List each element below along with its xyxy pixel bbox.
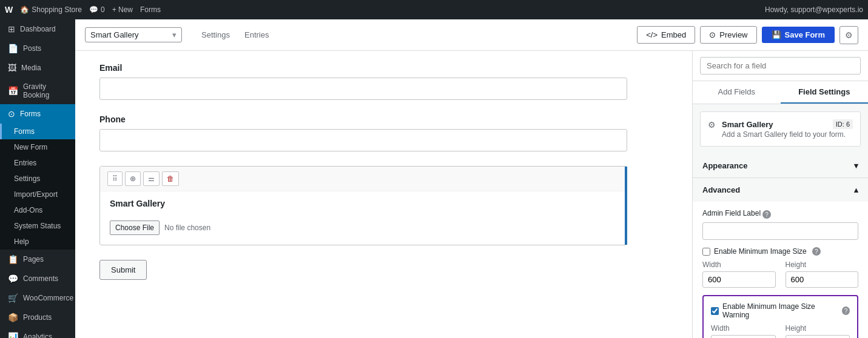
advanced-accordion-content: Admin Field Label ? Enable Minimum Image…: [693, 202, 868, 338]
duplicate-field-button[interactable]: ⊕: [125, 171, 141, 186]
enable-warning-row: Enable Minimum Image Size Warning ?: [711, 302, 850, 319]
field-settings-button[interactable]: ⚌: [143, 171, 160, 186]
field-info-content: Smart Gallery ID: 6 Add a Smart Gallery …: [722, 119, 853, 139]
woocommerce-icon: 🛒: [8, 293, 18, 303]
warning-help-icon[interactable]: ?: [842, 307, 850, 315]
sidebar-item-dashboard[interactable]: ⊞ Dashboard: [0, 19, 75, 39]
pages-icon: 📋: [8, 254, 18, 264]
enable-warning-checkbox[interactable]: [711, 307, 719, 315]
choose-file-button[interactable]: Choose File: [110, 220, 160, 235]
field-info-card: ⚙ Smart Gallery ID: 6 Add a Smart Galler…: [700, 111, 861, 147]
tab-entries[interactable]: Entries: [237, 27, 276, 43]
admin-label-help-icon[interactable]: ?: [762, 210, 771, 219]
gravity-booking-icon: 📅: [8, 86, 18, 96]
wp-icon: W: [5, 5, 13, 15]
top-bar-actions: </> Embed ⊙ Preview 💾 Save Form ⚙: [637, 26, 858, 44]
sidebar-item-analytics[interactable]: 📊 Analytics: [0, 327, 75, 338]
media-icon: 🖼: [8, 63, 16, 73]
save-form-button[interactable]: 💾 Save Form: [762, 27, 835, 43]
form-nav-tabs: Settings Entries: [194, 27, 276, 43]
sidebar: ⊞ Dashboard 📄 Posts 🖼 Media 📅 Gravity Bo…: [0, 19, 75, 338]
top-bar: Smart Gallery ▾ Settings Entries </> Emb…: [75, 19, 868, 51]
sidebar-item-posts[interactable]: 📄 Posts: [0, 39, 75, 58]
wp-logo[interactable]: W: [5, 5, 13, 15]
field-info-description: Add a Smart Gallery field to your form.: [722, 130, 853, 139]
howdy-text: Howdy, support@wpexperts.io: [765, 5, 863, 14]
posts-icon: 📄: [8, 44, 18, 53]
sidebar-subitem-new-form[interactable]: New Form: [0, 139, 75, 155]
warning-height-label: Height: [786, 324, 850, 333]
tab-add-fields[interactable]: Add Fields: [693, 81, 781, 104]
tab-field-settings[interactable]: Field Settings: [781, 81, 869, 104]
panel-tabs: Add Fields Field Settings: [693, 81, 868, 104]
chevron-up-icon: ▴: [854, 185, 858, 194]
admin-label-input[interactable]: [702, 222, 858, 240]
comments-icon: 💬: [89, 5, 98, 14]
warning-height-input[interactable]: [786, 335, 850, 338]
forms-link[interactable]: Forms: [140, 5, 161, 14]
right-panel: Add Fields Field Settings ⚙ Smart Galler…: [692, 51, 868, 338]
sidebar-item-woocommerce[interactable]: 🛒 WooCommerce: [0, 288, 75, 308]
preview-button[interactable]: ⊙ Preview: [700, 26, 756, 44]
form-editor: Email Phone ⠿ ⊕ ⚌ 🗑 Smart Gallery: [75, 51, 692, 338]
appearance-accordion-header[interactable]: Appearance ▾: [693, 154, 868, 177]
warning-width-input[interactable]: [711, 335, 776, 338]
sidebar-item-pages[interactable]: 📋 Pages: [0, 250, 75, 269]
embed-button[interactable]: </> Embed: [637, 26, 695, 44]
comments-count[interactable]: 💬 0: [89, 5, 105, 14]
forms-nav-icon: ⊙: [8, 109, 15, 119]
settings-gear-button[interactable]: ⚙: [839, 26, 858, 44]
smart-gallery-body: Choose File No file chosen: [100, 216, 627, 245]
sidebar-subitem-add-ons[interactable]: Add-Ons: [0, 202, 75, 218]
field-search-input[interactable]: [700, 57, 861, 75]
smart-gallery-field-block: ⠿ ⊕ ⚌ 🗑 Smart Gallery Choose File No fil…: [99, 166, 627, 245]
sidebar-submenu-forms: Forms New Form Entries Settings Import/E…: [0, 124, 75, 250]
warning-width-field: Width: [711, 324, 776, 338]
sidebar-item-gravity-booking[interactable]: 📅 Gravity Booking: [0, 78, 75, 104]
advanced-accordion: Advanced ▴ Admin Field Label ?: [693, 178, 868, 338]
phone-label: Phone: [99, 114, 668, 124]
email-input[interactable]: [99, 78, 627, 100]
sidebar-item-products[interactable]: 📦 Products: [0, 308, 75, 327]
enable-warning-label[interactable]: Enable Minimum Image Size Warning: [722, 302, 836, 319]
sidebar-item-media[interactable]: 🖼 Media: [0, 58, 75, 78]
min-size-help-icon[interactable]: ?: [812, 247, 821, 256]
submit-button[interactable]: Submit: [99, 260, 147, 280]
site-name-link[interactable]: 🏠 Shopping Store: [20, 5, 82, 14]
sidebar-subitem-help[interactable]: Help: [0, 234, 75, 250]
sidebar-item-forms[interactable]: ⊙ Forms: [0, 104, 75, 124]
chevron-down-icon: ▾: [854, 161, 858, 170]
advanced-accordion-header[interactable]: Advanced ▴: [693, 178, 868, 202]
warning-section: Enable Minimum Image Size Warning ? Widt…: [702, 295, 858, 338]
height-label: Height: [786, 260, 859, 269]
sidebar-subitem-entries[interactable]: Entries: [0, 155, 75, 171]
phone-input[interactable]: [99, 129, 627, 151]
sidebar-subitem-settings[interactable]: Settings: [0, 171, 75, 187]
preview-icon: ⊙: [709, 30, 716, 39]
sidebar-subitem-system-status[interactable]: System Status: [0, 218, 75, 234]
dashboard-icon: ⊞: [8, 24, 15, 34]
sidebar-item-comments[interactable]: 💬 Comments: [0, 269, 75, 288]
embed-code-icon: </>: [646, 30, 658, 39]
analytics-icon: 📊: [8, 332, 18, 338]
form-selector-dropdown[interactable]: Smart Gallery ▾: [85, 27, 182, 42]
sidebar-subitem-import-export[interactable]: Import/Export: [0, 187, 75, 202]
save-icon: 💾: [772, 30, 781, 39]
enable-min-size-label[interactable]: Enable Minimum Image Size: [714, 247, 807, 256]
no-file-text: No file chosen: [164, 224, 210, 232]
enable-min-size-checkbox[interactable]: [702, 248, 710, 256]
field-info-id: ID: 6: [833, 119, 853, 129]
house-icon: 🏠: [20, 5, 29, 14]
tab-settings[interactable]: Settings: [194, 27, 237, 43]
sidebar-subitem-forms[interactable]: Forms: [0, 124, 75, 139]
move-handle-button[interactable]: ⠿: [107, 171, 123, 186]
smart-gallery-title: Smart Gallery: [100, 191, 627, 216]
email-label: Email: [99, 63, 668, 73]
enable-min-size-row: Enable Minimum Image Size ?: [702, 247, 858, 256]
height-input[interactable]: [786, 271, 859, 288]
width-input[interactable]: [702, 271, 776, 288]
delete-field-button[interactable]: 🗑: [162, 171, 179, 186]
settings-icon: ⚙: [708, 120, 716, 130]
width-label: Width: [702, 260, 776, 269]
new-content-link[interactable]: + New: [112, 5, 133, 14]
